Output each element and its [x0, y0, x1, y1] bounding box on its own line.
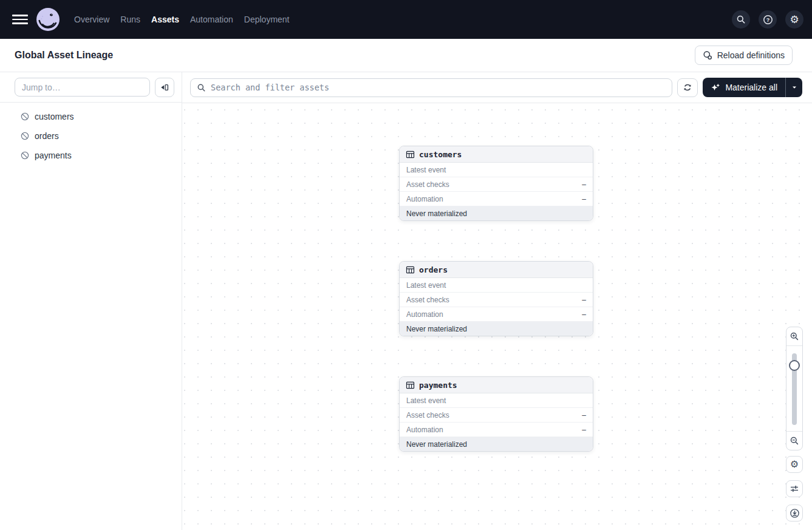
sidebar-asset-item[interactable]: orders — [0, 126, 182, 146]
collapse-sidebar-button[interactable] — [155, 78, 174, 97]
asset-node-row-asset-checks: Asset checks– — [400, 408, 593, 423]
asset-node-title: orders — [419, 265, 448, 274]
top-navbar: Overview Runs Assets Automation Deployme… — [0, 0, 812, 39]
asset-item-label: orders — [35, 131, 59, 141]
recenter-view-button[interactable] — [786, 505, 803, 522]
arrow-down-circle-icon — [790, 508, 800, 518]
asset-node-header: orders — [400, 262, 593, 278]
asset-node-status: Never materialized — [400, 206, 593, 220]
gear-icon: ⚙ — [790, 15, 799, 25]
unmaterialized-asset-icon — [20, 151, 30, 160]
zoom-slider[interactable] — [786, 345, 802, 432]
page-title: Global Asset Lineage — [15, 50, 695, 61]
asset-node-row-automation: Automation– — [400, 192, 593, 206]
sliders-icon — [790, 484, 799, 494]
asset-sidebar: customers orders payments — [0, 72, 182, 530]
chevron-down-icon — [791, 84, 797, 90]
zoom-in-button[interactable] — [786, 327, 802, 345]
unmaterialized-asset-icon — [20, 112, 30, 121]
zoom-out-icon — [790, 436, 799, 446]
asset-node-row-latest-event: Latest event — [400, 163, 593, 177]
unmaterialized-asset-icon — [20, 131, 30, 141]
asset-node-title: payments — [419, 381, 457, 390]
lineage-graph-canvas[interactable]: customers Latest event Asset checks– Aut… — [182, 103, 812, 530]
materialize-split-button: Materialize all — [703, 78, 802, 97]
asset-node-row-latest-event: Latest event — [400, 393, 593, 408]
asset-node-title: customers — [419, 150, 462, 159]
materialize-all-label: Materialize all — [725, 83, 777, 92]
asset-node[interactable]: orders Latest event Asset checks– Automa… — [399, 261, 593, 336]
zoom-slider-handle[interactable] — [789, 360, 800, 371]
materialize-dropdown-button[interactable] — [785, 78, 802, 97]
search-button[interactable] — [732, 10, 750, 29]
asset-item-label: customers — [35, 112, 74, 121]
asset-node-row-asset-checks: Asset checks– — [400, 177, 593, 192]
zoom-controls — [786, 327, 803, 450]
nav-item-runs[interactable]: Runs — [120, 15, 140, 24]
settings-button[interactable]: ⚙ — [785, 10, 803, 29]
asset-node-row-latest-event: Latest event — [400, 278, 593, 293]
asset-node[interactable]: payments Latest event Asset checks– Auto… — [399, 376, 593, 452]
search-icon — [197, 83, 206, 92]
sidebar-asset-item[interactable]: payments — [0, 146, 182, 165]
nav-item-automation[interactable]: Automation — [190, 15, 233, 24]
jump-to-input[interactable] — [15, 78, 150, 97]
dagster-logo-icon[interactable] — [36, 8, 60, 31]
reload-definitions-button[interactable]: Reload definitions — [695, 46, 793, 65]
asset-node-header: customers — [400, 146, 593, 163]
graph-filters-button[interactable] — [786, 480, 803, 497]
sidebar-toolbar — [0, 72, 182, 103]
asset-search-input[interactable] — [211, 83, 666, 92]
help-icon: ? — [763, 15, 773, 25]
sidebar-asset-item[interactable]: customers — [0, 107, 182, 126]
asset-list: customers orders payments — [0, 103, 182, 165]
asset-node-row-automation: Automation– — [400, 307, 593, 322]
asset-node-row-automation: Automation– — [400, 423, 593, 437]
nav-item-deployment[interactable]: Deployment — [244, 15, 290, 24]
asset-node[interactable]: customers Latest event Asset checks– Aut… — [399, 146, 593, 221]
primary-nav: Overview Runs Assets Automation Deployme… — [74, 15, 290, 24]
asset-node-status: Never materialized — [400, 322, 593, 336]
graph-settings-button[interactable]: ⚙ — [786, 456, 803, 473]
table-icon — [406, 150, 415, 159]
asset-node-row-asset-checks: Asset checks– — [400, 293, 593, 307]
refresh-icon — [683, 83, 692, 92]
code-location-icon — [703, 50, 712, 60]
materialize-all-button[interactable]: Materialize all — [703, 78, 785, 97]
collapse-panel-icon — [160, 83, 169, 92]
hamburger-menu-icon[interactable] — [12, 12, 28, 27]
nav-item-overview[interactable]: Overview — [74, 15, 109, 24]
page-header: Global Asset Lineage Reload definitions — [0, 39, 812, 72]
help-button[interactable]: ? — [759, 10, 777, 29]
nodes-layer: customers Latest event Asset checks– Aut… — [182, 103, 812, 530]
nav-item-assets[interactable]: Assets — [151, 15, 179, 24]
asset-search-box[interactable] — [190, 78, 672, 97]
zoom-in-icon — [790, 331, 799, 341]
gear-icon: ⚙ — [790, 460, 799, 469]
search-icon — [736, 15, 746, 24]
asset-node-status: Never materialized — [400, 437, 593, 451]
asset-node-header: payments — [400, 377, 593, 393]
lineage-toolbar: Materialize all — [182, 72, 812, 103]
navbar-actions: ? ⚙ — [732, 10, 803, 29]
asset-item-label: payments — [35, 151, 72, 160]
table-icon — [406, 265, 415, 274]
table-icon — [406, 381, 415, 390]
reload-definitions-label: Reload definitions — [717, 50, 785, 60]
lineage-main: Materialize all — [182, 72, 812, 530]
zoom-out-button[interactable] — [786, 432, 802, 450]
refresh-button[interactable] — [677, 78, 698, 97]
sparkle-icon — [711, 83, 720, 92]
svg-text:?: ? — [766, 16, 769, 22]
